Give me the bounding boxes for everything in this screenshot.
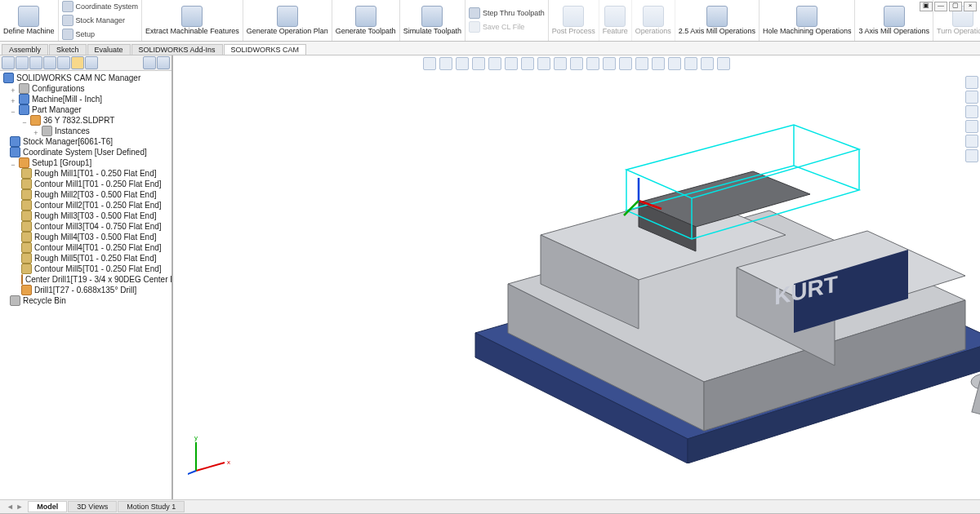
tree-op12[interactable]: Drill1[T27 - 0.688x135° Drill] bbox=[3, 285, 170, 295]
view-section-icon[interactable] bbox=[472, 57, 485, 70]
plan-icon bbox=[277, 6, 298, 27]
cam-op-tab[interactable] bbox=[85, 56, 98, 69]
tree-instances[interactable]: +Instances bbox=[3, 126, 170, 136]
display-manager-tab[interactable] bbox=[57, 56, 70, 69]
25axis-mill-button[interactable]: 2.5 Axis Mill Operations bbox=[675, 0, 760, 41]
feature-icon bbox=[604, 6, 626, 27]
part-icon bbox=[30, 115, 41, 126]
tree-machine[interactable]: +Machine[Mill - Inch] bbox=[3, 94, 170, 104]
view-rotate-icon[interactable] bbox=[456, 57, 469, 70]
tree-op11[interactable]: Center Drill1[T19 - 3/4 x 90DEG Center D… bbox=[3, 274, 170, 285]
tree-op4[interactable]: Contour Mill2[T01 - 0.250 Flat End] bbox=[3, 200, 170, 210]
post-process-button[interactable]: Post Process bbox=[549, 0, 599, 41]
window-close-button[interactable]: × bbox=[964, 2, 977, 11]
window-maximize-button[interactable]: ▢ bbox=[949, 2, 962, 11]
hole-icon bbox=[796, 6, 817, 27]
setup-button[interactable]: Setup bbox=[62, 28, 96, 42]
stock-icon bbox=[62, 15, 74, 26]
view-settings4-icon[interactable] bbox=[635, 57, 648, 70]
tree-coord-system[interactable]: Coordinate System [User Defined] bbox=[3, 147, 170, 157]
simulate-toolpath-button[interactable]: Simulate Toolpath bbox=[400, 0, 466, 41]
view-heads-up-toolbar bbox=[423, 57, 730, 70]
view-orient-icon[interactable] bbox=[488, 57, 501, 70]
tab-solidworks-cam[interactable]: SOLIDWORKS CAM bbox=[224, 44, 307, 55]
tab-evaluate[interactable]: Evaluate bbox=[87, 44, 131, 55]
save-cl-button[interactable]: Save CL File bbox=[469, 20, 524, 34]
view-settings5-icon[interactable] bbox=[652, 57, 665, 70]
property-manager-tab[interactable] bbox=[16, 56, 29, 69]
vise-render: KURT bbox=[443, 104, 980, 463]
view-appearance-icon[interactable] bbox=[537, 57, 550, 70]
dimexpert-tab[interactable] bbox=[43, 56, 56, 69]
feature-manager-tab[interactable] bbox=[2, 56, 15, 69]
define-machine-button[interactable]: Define Machine bbox=[0, 0, 59, 41]
taskpane-design-icon[interactable] bbox=[965, 91, 978, 104]
view-render-icon[interactable] bbox=[570, 57, 583, 70]
view-scene-icon[interactable] bbox=[554, 57, 567, 70]
step-thru-button[interactable]: Step Thru Toolpath bbox=[469, 7, 545, 20]
extract-features-button[interactable]: Extract Machinable Features bbox=[142, 0, 243, 41]
post-icon bbox=[563, 6, 584, 27]
view-settings3-icon[interactable] bbox=[619, 57, 632, 70]
view-settings8-icon[interactable] bbox=[701, 57, 714, 70]
tree-op6[interactable]: Contour Mill3[T04 - 0.750 Flat End] bbox=[3, 221, 170, 232]
tab-motion-study[interactable]: Motion Study 1 bbox=[118, 501, 185, 512]
tab-addins[interactable]: SOLIDWORKS Add-Ins bbox=[131, 44, 223, 55]
display-pane-tab[interactable] bbox=[143, 56, 156, 69]
generate-op-plan-button[interactable]: Generate Operation Plan bbox=[243, 0, 332, 41]
stock-manager-button[interactable]: Stock Manager bbox=[62, 14, 126, 28]
instances-icon bbox=[42, 126, 52, 136]
tab-3d-views[interactable]: 3D Views bbox=[68, 501, 117, 512]
tree-root[interactable]: SOLIDWORKS CAM NC Manager bbox=[3, 73, 170, 83]
cam-tree-tab[interactable] bbox=[71, 56, 84, 69]
axis-icon bbox=[62, 1, 74, 12]
feature-button[interactable]: Feature bbox=[599, 0, 632, 41]
tree-op9[interactable]: Rough Mill5[T01 - 0.250 Flat End] bbox=[3, 253, 170, 264]
config-manager-tab[interactable] bbox=[29, 56, 42, 69]
tab-model[interactable]: Model bbox=[28, 501, 67, 512]
tree-op7[interactable]: Rough Mill4[T03 - 0.500 Flat End] bbox=[3, 232, 170, 242]
view-triad[interactable]: x y bbox=[188, 430, 237, 479]
operations-button[interactable]: Operations bbox=[632, 0, 675, 41]
extract-icon bbox=[181, 6, 203, 27]
filter-tab[interactable] bbox=[157, 56, 170, 69]
view-hide-icon[interactable] bbox=[521, 57, 534, 70]
tree-part-manager[interactable]: −Part Manager bbox=[3, 104, 170, 115]
window-expand-button[interactable]: ▣ bbox=[920, 2, 933, 11]
tree-part-file[interactable]: −36 Y 7832.SLDPRT bbox=[3, 115, 170, 126]
stock-tree-icon bbox=[10, 136, 20, 147]
taskpane-resources-icon[interactable] bbox=[965, 76, 978, 89]
view-display-icon[interactable] bbox=[505, 57, 518, 70]
tree-op10[interactable]: Contour Mill5[T01 - 0.250 Flat End] bbox=[3, 264, 170, 274]
tab-sketch[interactable]: Sketch bbox=[49, 44, 87, 55]
step-save-group: Step Thru Toolpath Save CL File bbox=[466, 0, 549, 41]
tree-op5[interactable]: Rough Mill3[T03 - 0.500 Flat End] bbox=[3, 210, 170, 221]
3d-viewport[interactable]: KURT bbox=[173, 55, 980, 499]
tree-op2[interactable]: Contour Mill1[T01 - 0.250 Flat End] bbox=[3, 179, 170, 189]
tree-op8[interactable]: Contour Mill4[T01 - 0.250 Flat End] bbox=[3, 242, 170, 253]
tree-setup1[interactable]: −Setup1 [Group1] bbox=[3, 157, 170, 168]
manager-icon bbox=[3, 73, 14, 83]
view-settings2-icon[interactable] bbox=[603, 57, 616, 70]
hole-machining-button[interactable]: Hole Machining Operations bbox=[760, 0, 856, 41]
generate-toolpath-button[interactable]: Generate Toolpath bbox=[332, 0, 400, 41]
mill-op-icon bbox=[21, 210, 32, 221]
coordinate-system-button[interactable]: Coordinate System bbox=[62, 0, 139, 14]
ribbon: Define Machine Coordinate System Stock M… bbox=[0, 0, 980, 42]
tree-op1[interactable]: Rough Mill1[T01 - 0.250 Flat End] bbox=[3, 168, 170, 179]
view-pan-icon[interactable] bbox=[439, 57, 452, 70]
view-zoom-icon[interactable] bbox=[423, 57, 436, 70]
tree-stock-manager[interactable]: Stock Manager[6061-T6] bbox=[3, 136, 170, 147]
view-settings-icon[interactable] bbox=[586, 57, 599, 70]
window-minimize-button[interactable]: — bbox=[934, 2, 947, 11]
view-settings6-icon[interactable] bbox=[668, 57, 681, 70]
cam-tree[interactable]: SOLIDWORKS CAM NC Manager +Configuration… bbox=[0, 71, 172, 499]
tab-assembly[interactable]: Assembly bbox=[2, 44, 48, 55]
operations-icon bbox=[643, 6, 664, 27]
view-settings7-icon[interactable] bbox=[684, 57, 697, 70]
view-settings9-icon[interactable] bbox=[717, 57, 730, 70]
save-icon bbox=[469, 21, 480, 33]
tree-op3[interactable]: Rough Mill2[T03 - 0.500 Flat End] bbox=[3, 189, 170, 200]
tree-configurations[interactable]: +Configurations bbox=[3, 83, 170, 94]
tree-recycle-bin[interactable]: Recycle Bin bbox=[3, 295, 170, 306]
